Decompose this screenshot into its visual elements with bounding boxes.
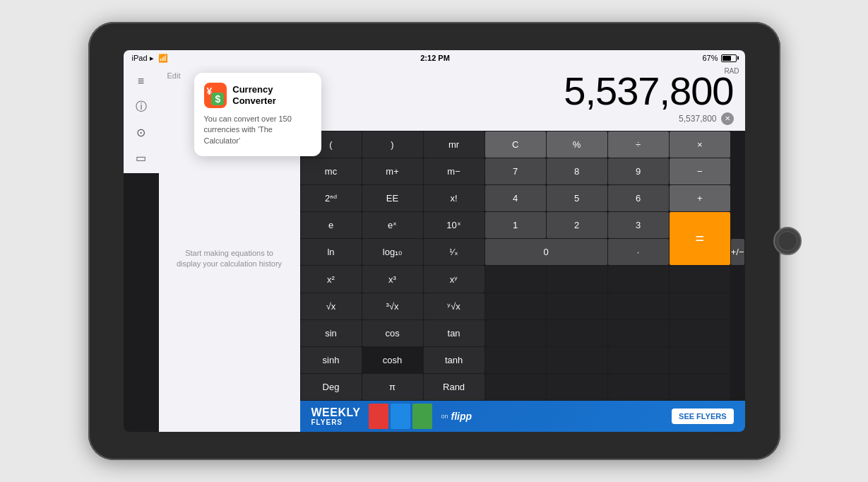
btn-r5-2[interactable]: ¹⁄ₓ (424, 239, 484, 265)
status-left: iPad ▸ 📶 (132, 54, 168, 63)
btn-r3-6[interactable]: + (670, 185, 730, 211)
btn-r4-1[interactable]: eˣ (362, 212, 423, 238)
app-content: ≡ ⓘ ⊙ ▭ Edit Start making equations to d… (124, 66, 745, 432)
home-button[interactable] (773, 227, 802, 255)
calculator: RAD 5,537,800 5,537,800 ()mrC%÷×mcm+m−78… (300, 66, 745, 432)
calc-btn-empty-r7-5 (608, 293, 669, 319)
currency-popup-header: ¥ $ Currency Converter (204, 83, 311, 108)
btn-sci-r9-0[interactable]: sinh (301, 347, 362, 373)
btn-c[interactable]: C (485, 131, 546, 158)
btn-r5-5[interactable]: +/− (731, 239, 744, 265)
btn-mr[interactable]: mr (424, 131, 484, 158)
calc-btn-empty-r9-3 (485, 347, 546, 373)
btn-sci-r10-0[interactable]: Deg (301, 374, 362, 400)
btn-sci-r6-1[interactable]: x³ (362, 266, 423, 292)
ad-text-group: WEEKLY FLYERS (311, 407, 361, 426)
calc-btn-empty-r6-4 (547, 266, 607, 292)
btn-sci-r6-0[interactable]: x² (301, 266, 362, 292)
currency-popup-title: Currency Converter (232, 84, 311, 106)
btn-r3-4[interactable]: 5 (547, 185, 607, 211)
btn-r5-3[interactable]: 0 (485, 239, 607, 265)
btn-r2-0[interactable]: mc (301, 158, 362, 184)
ad-mag-2 (391, 404, 410, 429)
btn-r2-5[interactable]: 9 (608, 158, 669, 184)
btn-sci-r8-0[interactable]: sin (301, 320, 362, 346)
calc-btn-empty-r10-3 (485, 374, 546, 400)
btn-r2-2[interactable]: m− (424, 158, 484, 184)
ad-mag-3 (412, 404, 432, 429)
btn-paren-close[interactable]: ) (362, 131, 423, 158)
btn-sci-r7-1[interactable]: ³√x (362, 293, 423, 319)
btn-r4-0[interactable]: e (301, 212, 362, 238)
ipad-label: iPad ▸ (132, 54, 154, 63)
btn-r2-6[interactable]: − (670, 158, 730, 184)
ad-banner[interactable]: WEEKLY FLYERS on flipp SEE FLYERS (300, 401, 745, 432)
calc-btn-empty-r8-6 (670, 320, 730, 346)
ad-content: WEEKLY FLYERS on flipp SEE FLYERS (300, 401, 745, 432)
calc-secondary: 5,537,800 (311, 111, 734, 128)
currency-converter-popup: ¥ $ Currency Converter You can convert o… (194, 73, 321, 156)
history-edit[interactable]: Edit (167, 71, 181, 80)
menu-icon[interactable]: ≡ (131, 71, 151, 91)
btn-r2-1[interactable]: m+ (362, 158, 423, 184)
display-area: RAD 5,537,800 5,537,800 (300, 66, 745, 131)
btn-sci-r10-2[interactable]: Rand (424, 374, 484, 400)
calc-btn-empty-r10-4 (547, 374, 607, 400)
btn-r5-4[interactable]: · (608, 239, 669, 265)
btn-r2-3[interactable]: 7 (485, 158, 546, 184)
rad-label: RAD (724, 67, 739, 75)
calc-btn-empty-r7-6 (670, 293, 730, 319)
ipad-frame: iPad ▸ 📶 2:12 PM 67% ≡ ⓘ ⊙ ▭ (88, 22, 780, 460)
btn-r4-4[interactable]: 2 (547, 212, 607, 238)
btn-equals[interactable]: = (670, 212, 730, 265)
battery-icon (721, 54, 737, 62)
status-bar: iPad ▸ 📶 2:12 PM 67% (124, 50, 745, 66)
calc-btn-empty-r7-3 (485, 293, 546, 319)
currency-icon: ¥ $ (204, 83, 227, 108)
history-panel: Edit Start making equations to display y… (159, 66, 300, 432)
calc-btn-empty-r10-5 (608, 374, 669, 400)
ad-subtitle: FLYERS (311, 418, 361, 426)
btn-r5-1[interactable]: log₁₀ (362, 239, 423, 265)
btn-sci-r8-1[interactable]: cos (362, 320, 423, 346)
main-number: 5,537,800 (564, 71, 733, 111)
dollar-symbol: $ (211, 93, 224, 105)
btn-sci-r7-0[interactable]: √x (301, 293, 362, 319)
btn-r4-5[interactable]: 3 (608, 212, 669, 238)
btn-r3-2[interactable]: x! (424, 185, 484, 211)
btn-r3-0[interactable]: 2ⁿᵈ (301, 185, 362, 211)
ad-title: WEEKLY (311, 407, 361, 418)
btn-r4-2[interactable]: 10ˣ (424, 212, 484, 238)
calc-btn-empty-r7-4 (547, 293, 607, 319)
btn-r2-4[interactable]: 8 (547, 158, 607, 184)
btn-sci-r10-1[interactable]: π (362, 374, 423, 400)
status-time: 2:12 PM (420, 54, 450, 62)
history-icon[interactable]: ⊙ (131, 122, 151, 142)
btn-sci-r8-2[interactable]: tan (424, 320, 484, 346)
ad-on-text: on (441, 413, 448, 420)
ad-mag-1 (369, 404, 388, 429)
status-right: 67% (702, 54, 736, 62)
info-icon[interactable]: ⓘ (131, 97, 151, 117)
btn-sci-r7-2[interactable]: ʸ√x (424, 293, 484, 319)
btn-r3-3[interactable]: 4 (485, 185, 546, 211)
sidebar: ≡ ⓘ ⊙ ▭ (124, 66, 159, 173)
history-empty-text: Start making equations to display your c… (173, 248, 286, 270)
btn-sci-r6-2[interactable]: xʸ (424, 266, 484, 292)
btn-r3-1[interactable]: EE (362, 185, 423, 211)
btn-pct[interactable]: % (547, 131, 607, 158)
btn-r5-0[interactable]: ln (301, 239, 362, 265)
btn-div[interactable]: ÷ (608, 131, 669, 158)
battery-fill (723, 56, 731, 61)
see-flyers-button[interactable]: SEE FLYERS (672, 408, 733, 424)
left-area: ≡ ⓘ ⊙ ▭ (124, 66, 159, 432)
clear-entry-button[interactable] (721, 112, 734, 125)
calc-btn-empty-r6-3 (485, 266, 546, 292)
calc-btn-empty-r6-6 (670, 266, 730, 292)
btn-r4-3[interactable]: 1 (485, 212, 546, 238)
btn-r3-5[interactable]: 6 (608, 185, 669, 211)
clipboard-icon[interactable]: ▭ (131, 148, 151, 167)
btn-sci-r9-1[interactable]: cosh (362, 347, 423, 373)
btn-mul[interactable]: × (670, 131, 730, 158)
btn-sci-r9-2[interactable]: tanh (424, 347, 484, 373)
